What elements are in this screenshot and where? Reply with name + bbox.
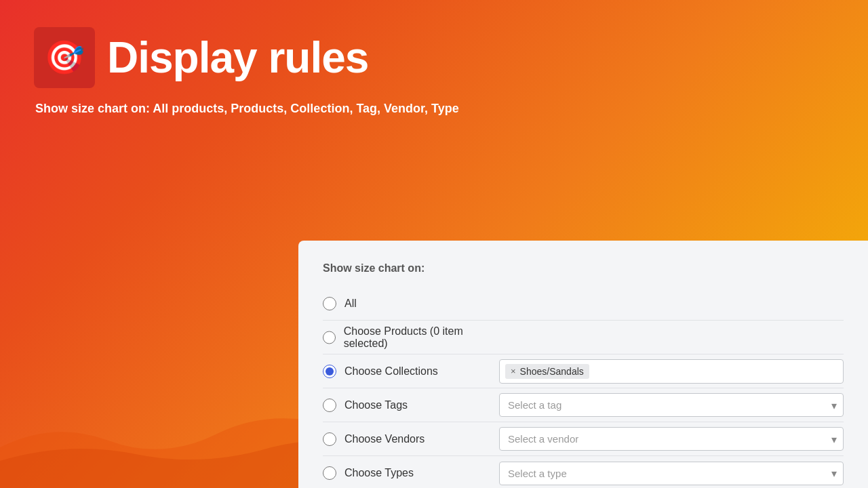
main-panel: Show size chart on: All Choose Products …: [298, 241, 868, 488]
radio-row-tags: Choose Tags Select a tag: [323, 388, 844, 422]
radio-value-collections: × Shoes/Sandals: [499, 359, 844, 384]
radio-row-products: Choose Products (0 item selected): [323, 321, 844, 354]
radio-row-collections: Choose Collections × Shoes/Sandals: [323, 354, 844, 388]
radio-all[interactable]: [323, 297, 336, 310]
radio-label-tags[interactable]: Choose Tags: [344, 399, 408, 411]
page-header: 🎯 Display rules Show size chart on: All …: [0, 0, 868, 129]
radio-label-collections[interactable]: Choose Collections: [344, 365, 438, 378]
vendor-select[interactable]: Select a vendor: [499, 427, 844, 451]
collections-tag-input[interactable]: × Shoes/Sandals: [499, 359, 844, 384]
page-subtitle: Show size chart on: All products, Produc…: [34, 102, 834, 116]
radio-value-tags: Select a tag: [499, 393, 844, 417]
radio-collections[interactable]: [323, 365, 336, 378]
radio-list: All Choose Products (0 item selected) Ch…: [323, 287, 844, 488]
tag-select-wrapper: Select a tag: [499, 393, 844, 417]
radio-types[interactable]: [323, 466, 336, 480]
radio-row-vendors: Choose Vendors Select a vendor: [323, 422, 844, 456]
radio-label-area-products: Choose Products (0 item selected): [323, 325, 499, 350]
collection-tag-chip: × Shoes/Sandals: [505, 364, 589, 379]
radio-products[interactable]: [323, 331, 336, 344]
radio-row-types: Choose Types Select a type: [323, 456, 844, 488]
radio-label-area-all: All: [323, 297, 499, 310]
radio-label-types[interactable]: Choose Types: [344, 467, 414, 479]
header-top: 🎯 Display rules: [34, 27, 834, 88]
radio-label-all[interactable]: All: [344, 298, 357, 310]
radio-label-area-collections: Choose Collections: [323, 365, 499, 378]
type-select-wrapper: Select a type: [499, 462, 844, 485]
panel-label: Show size chart on:: [323, 262, 844, 274]
radio-label-area-vendors: Choose Vendors: [323, 432, 499, 446]
logo-icon: 🎯: [44, 39, 85, 77]
logo-box: 🎯: [34, 27, 95, 88]
vendor-select-wrapper: Select a vendor: [499, 427, 844, 451]
page-title: Display rules: [107, 33, 368, 83]
radio-vendors[interactable]: [323, 432, 336, 446]
radio-label-area-types: Choose Types: [323, 466, 499, 480]
radio-tags[interactable]: [323, 399, 336, 412]
radio-row-all: All: [323, 287, 844, 321]
radio-label-products[interactable]: Choose Products (0 item selected): [344, 325, 499, 350]
radio-label-area-tags: Choose Tags: [323, 399, 499, 412]
radio-value-types: Select a type: [499, 462, 844, 485]
radio-label-vendors[interactable]: Choose Vendors: [344, 433, 425, 445]
type-select[interactable]: Select a type: [499, 462, 844, 485]
tag-chip-label: Shoes/Sandals: [520, 366, 584, 377]
tag-chip-remove[interactable]: ×: [511, 367, 516, 375]
radio-value-vendors: Select a vendor: [499, 427, 844, 451]
tag-select[interactable]: Select a tag: [499, 393, 844, 417]
